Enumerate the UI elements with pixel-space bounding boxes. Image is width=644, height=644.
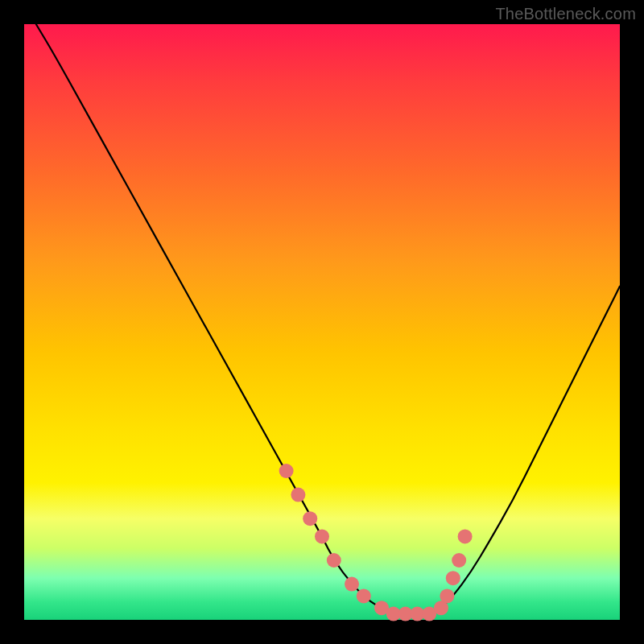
- marker-point: [345, 577, 359, 592]
- marker-point: [440, 588, 454, 603]
- attribution-text: TheBottleneck.com: [495, 5, 636, 23]
- marker-point: [357, 588, 371, 603]
- highlighted-points: [279, 464, 473, 621]
- marker-point: [452, 553, 466, 568]
- chart-frame: TheBottleneck.com: [0, 0, 644, 644]
- marker-point: [291, 488, 305, 502]
- marker-point: [303, 511, 317, 526]
- curve-svg: [24, 24, 620, 620]
- marker-point: [315, 529, 329, 543]
- marker-point: [458, 529, 473, 543]
- bottleneck-curve: [36, 24, 620, 614]
- marker-point: [327, 553, 341, 568]
- marker-point: [279, 464, 294, 478]
- marker-point: [446, 571, 460, 585]
- plot-area: [24, 24, 620, 620]
